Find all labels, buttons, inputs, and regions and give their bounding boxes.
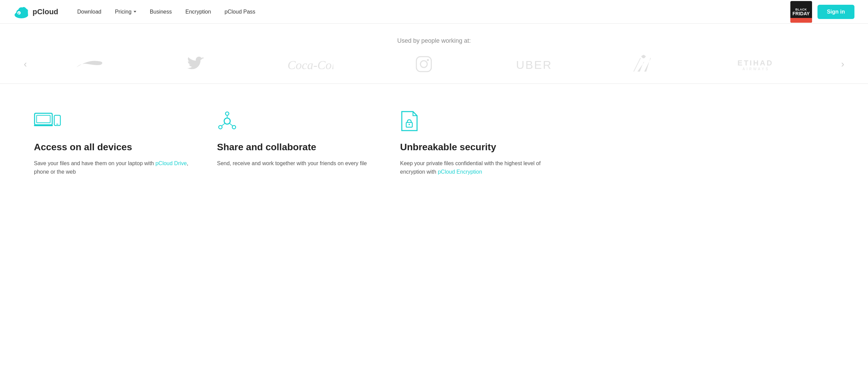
share-svg xyxy=(217,111,237,131)
share-desc: Send, receive and work together with you… xyxy=(217,159,373,168)
svg-point-5 xyxy=(420,61,427,67)
nav-pricing[interactable]: Pricing xyxy=(110,6,142,18)
svg-text:ETIHAD: ETIHAD xyxy=(737,59,773,67)
svg-rect-15 xyxy=(37,115,50,123)
svg-point-6 xyxy=(427,59,429,61)
svg-marker-9 xyxy=(637,62,644,72)
svg-text:AIRWAYS: AIRWAYS xyxy=(743,67,770,71)
devices-title: Access on all devices xyxy=(34,141,190,153)
brand-twitter xyxy=(187,57,204,72)
logos-carousel: ‹ Coca-Cola xyxy=(20,55,848,73)
feature-security: Unbreakable security Keep your private f… xyxy=(400,111,556,176)
feature-devices: Access on all devices Save your files an… xyxy=(34,111,190,176)
bf-ribbon: Sale xyxy=(790,18,812,23)
coca-cola-logo: Coca-Cola xyxy=(286,56,333,73)
feature-share: Share and collaborate Send, receive and … xyxy=(217,111,373,168)
black-friday-badge[interactable]: BLACK FRIDAY Sale xyxy=(790,1,812,23)
brand-nike xyxy=(75,57,105,71)
svg-text:P: P xyxy=(18,12,20,15)
logo-icon: P xyxy=(14,5,29,18)
devices-icon xyxy=(34,111,190,131)
adidas-logo xyxy=(633,55,654,73)
svg-line-25 xyxy=(229,123,233,126)
svg-text:UBER: UBER xyxy=(516,58,552,71)
svg-point-21 xyxy=(219,125,222,129)
nav-business[interactable]: Business xyxy=(144,6,177,18)
svg-marker-10 xyxy=(644,58,651,72)
svg-text:Coca-Cola: Coca-Cola xyxy=(288,58,333,72)
uber-logo: UBER xyxy=(514,57,552,71)
nav-encryption[interactable]: Encryption xyxy=(180,6,217,18)
svg-rect-4 xyxy=(416,57,431,72)
nav-pcloud-pass[interactable]: pCloud Pass xyxy=(219,6,261,18)
svg-point-20 xyxy=(225,112,229,115)
pricing-dropdown-icon xyxy=(134,11,136,13)
pcloud-drive-link[interactable]: pCloud Drive xyxy=(155,160,186,166)
brand-uber: UBER xyxy=(514,57,552,71)
nike-logo xyxy=(75,57,105,71)
svg-rect-16 xyxy=(34,125,53,126)
brand-coca-cola: Coca-Cola xyxy=(286,56,333,73)
share-icon xyxy=(217,111,373,131)
devices-desc: Save your files and have them on your la… xyxy=(34,159,190,176)
nav-right: BLACK FRIDAY Sale Sign in xyxy=(790,1,854,23)
nav-download[interactable]: Download xyxy=(72,6,107,18)
carousel-next-arrow[interactable]: › xyxy=(838,55,848,73)
carousel-prev-arrow[interactable]: ‹ xyxy=(20,55,30,73)
features-section: Access on all devices Save your files an… xyxy=(0,84,868,197)
main-nav: P pCloud Download Pricing Business Encry… xyxy=(0,0,868,24)
svg-point-22 xyxy=(232,125,236,129)
instagram-logo xyxy=(415,56,432,73)
security-svg xyxy=(400,111,419,131)
share-title: Share and collaborate xyxy=(217,141,373,153)
brand-adidas xyxy=(633,55,654,73)
brand-etihad: ETIHAD AIRWAYS xyxy=(736,57,793,72)
sign-in-button[interactable]: Sign in xyxy=(817,5,854,19)
security-title: Unbreakable security xyxy=(400,141,556,153)
nav-links: Download Pricing Business Encryption pCl… xyxy=(72,6,790,18)
security-icon xyxy=(400,111,556,131)
bf-black-text: BLACK xyxy=(795,8,807,11)
pcloud-encryption-link[interactable]: pCloud Encryption xyxy=(438,169,482,175)
svg-line-24 xyxy=(222,123,225,126)
svg-point-27 xyxy=(409,124,410,125)
twitter-logo xyxy=(187,57,204,72)
etihad-logo: ETIHAD AIRWAYS xyxy=(736,57,793,72)
security-desc: Keep your private files confidential wit… xyxy=(400,159,556,176)
logos-track: Coca-Cola UBER xyxy=(37,55,831,73)
brand-instagram xyxy=(415,56,432,73)
bf-friday-text: FRIDAY xyxy=(792,11,810,16)
logo-text: pCloud xyxy=(33,7,58,16)
used-by-text: Used by people working at: xyxy=(20,37,848,44)
logo-link[interactable]: P pCloud xyxy=(14,5,58,18)
bf-sale-text: Sale xyxy=(798,19,804,22)
devices-svg xyxy=(34,112,61,131)
logos-section: Used by people working at: ‹ Coca-Cola xyxy=(0,24,868,84)
